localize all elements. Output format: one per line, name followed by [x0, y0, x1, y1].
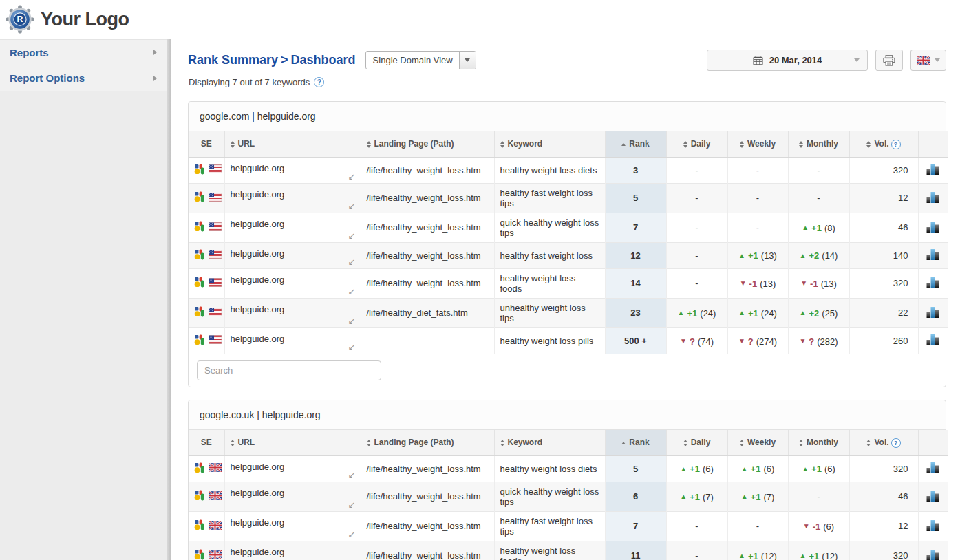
external-link-icon[interactable]: ↙: [348, 257, 356, 266]
history-chart-button[interactable]: [926, 490, 939, 504]
column-header-vol[interactable]: Vol.?: [849, 131, 918, 157]
sort-icon: [740, 440, 744, 446]
previous-rank: (13): [821, 279, 837, 289]
no-change-dash: -: [756, 222, 759, 233]
column-header-monthly[interactable]: Monthly: [788, 430, 849, 455]
monthly-change-cell: ▲+1(12): [788, 541, 849, 560]
column-header-rank[interactable]: Rank: [605, 131, 666, 157]
logo[interactable]: R Your Logo: [6, 5, 129, 34]
monthly-change-cell: ▲+2(14): [788, 242, 849, 268]
sort-asc-icon: [621, 143, 626, 146]
help-icon[interactable]: ?: [314, 77, 324, 87]
rank-cell: 5: [605, 455, 666, 482]
sort-asc-icon: [621, 442, 626, 444]
keyword-cell: healthy weight loss diets: [494, 455, 605, 482]
history-chart-button[interactable]: [926, 277, 939, 290]
landing-page-cell: /life/healthy_weight_loss.htm: [361, 482, 494, 511]
external-link-icon[interactable]: ↙: [348, 343, 356, 352]
sort-icon: [683, 141, 687, 148]
help-icon[interactable]: ?: [891, 438, 901, 448]
external-link-icon[interactable]: ↙: [348, 500, 356, 509]
history-chart-button[interactable]: [926, 334, 939, 347]
daily-change-cell: ▼?(74): [666, 327, 727, 354]
column-header-landing[interactable]: Landing Page (Path): [361, 131, 494, 157]
sidebar-item-label: Report Options: [10, 72, 85, 84]
url-text: helpguide.org: [231, 248, 285, 259]
keyword-count-line: Displaying 7 out of 7 keywords ?: [189, 77, 946, 87]
column-header-keyword[interactable]: Keyword: [494, 131, 605, 157]
column-header-weekly[interactable]: Weekly: [727, 131, 788, 157]
sort-icon: [740, 141, 744, 148]
up-arrow-icon: ▲: [800, 310, 807, 316]
daily-change-cell: -: [666, 183, 727, 213]
no-change-dash: -: [817, 193, 820, 203]
external-link-icon[interactable]: ↙: [348, 471, 356, 480]
history-chart-button[interactable]: [926, 221, 939, 235]
previous-rank: (274): [756, 336, 777, 347]
previous-rank: (6): [703, 464, 714, 474]
change-value: ?: [690, 336, 695, 347]
column-header-daily[interactable]: Daily: [666, 430, 727, 455]
rank-change: ▼?(74): [680, 336, 714, 347]
column-header-daily[interactable]: Daily: [666, 131, 727, 157]
column-header-landing[interactable]: Landing Page (Path): [361, 430, 494, 455]
chart-cell: [918, 242, 948, 268]
table-row: helpguide.org↙/life/healthy_weight_loss.…: [189, 541, 948, 560]
column-header-monthly[interactable]: Monthly: [788, 131, 849, 157]
rank-change: ▼-1(13): [800, 279, 837, 289]
rank-change: ▲+1(6): [741, 464, 775, 474]
down-arrow-icon: ▼: [740, 280, 747, 287]
history-chart-button[interactable]: [926, 248, 939, 262]
sidebar-item-reports[interactable]: Reports: [0, 39, 167, 65]
column-header-weekly[interactable]: Weekly: [727, 430, 788, 455]
daily-change-cell: -: [666, 213, 727, 242]
weekly-change-cell: ▲+1(13): [727, 242, 788, 268]
history-chart-button[interactable]: [926, 191, 939, 205]
external-link-icon[interactable]: ↙: [348, 202, 356, 211]
view-selector[interactable]: Single Domain View: [365, 51, 476, 69]
date-picker-button[interactable]: 20 Mar, 2014: [707, 50, 868, 71]
no-change-dash: -: [817, 491, 820, 502]
language-selector-button[interactable]: [910, 50, 946, 71]
column-label: Landing Page (Path): [374, 438, 454, 447]
column-header-url[interactable]: URL: [224, 131, 361, 157]
column-header-url[interactable]: URL: [224, 430, 361, 455]
external-link-icon[interactable]: ↙: [348, 530, 356, 539]
table-row: helpguide.org↙/life/healthy_weight_loss.…: [189, 455, 948, 482]
view-selector-value: Single Domain View: [373, 55, 453, 65]
google-icon: [194, 334, 205, 347]
history-chart-button[interactable]: [926, 519, 939, 533]
column-header-keyword[interactable]: Keyword: [494, 430, 605, 455]
weekly-change-cell: -: [727, 183, 788, 213]
history-chart-button[interactable]: [926, 549, 939, 560]
column-header-rank[interactable]: Rank: [605, 430, 666, 455]
url-text: helpguide.org: [231, 274, 285, 285]
previous-rank: (24): [761, 308, 777, 319]
rank-cell: 5: [605, 183, 666, 213]
change-value: -1: [810, 279, 818, 289]
breadcrumb-page: Dashboard: [291, 53, 356, 67]
url-text: helpguide.org: [231, 547, 285, 557]
rank-cell: 23: [605, 298, 666, 327]
sidebar-item-report-options[interactable]: Report Options: [0, 65, 167, 91]
external-link-icon[interactable]: ↙: [348, 287, 356, 296]
history-chart-button[interactable]: [926, 462, 939, 475]
monthly-change-cell: ▼-1(13): [788, 268, 849, 298]
external-link-icon[interactable]: ↙: [348, 172, 356, 181]
column-header-vol[interactable]: Vol.?: [849, 430, 918, 455]
change-value: +1: [748, 250, 758, 261]
column-label: Keyword: [508, 438, 543, 447]
external-link-icon[interactable]: ↙: [348, 316, 356, 325]
google-icon: [194, 221, 205, 234]
print-button[interactable]: [875, 50, 903, 71]
help-icon[interactable]: ?: [891, 140, 901, 149]
external-link-icon[interactable]: ↙: [348, 231, 356, 240]
se-cell: [189, 298, 224, 327]
chevron-down-icon: [935, 58, 940, 62]
rank-change: ▲+1(12): [738, 551, 777, 560]
rank-table-panel: google.co.uk | helpguide.orgSEURLLanding…: [188, 400, 946, 560]
volume-cell: 320: [849, 455, 918, 482]
history-chart-button[interactable]: [926, 306, 939, 320]
search-input[interactable]: [197, 360, 381, 380]
history-chart-button[interactable]: [926, 163, 939, 177]
